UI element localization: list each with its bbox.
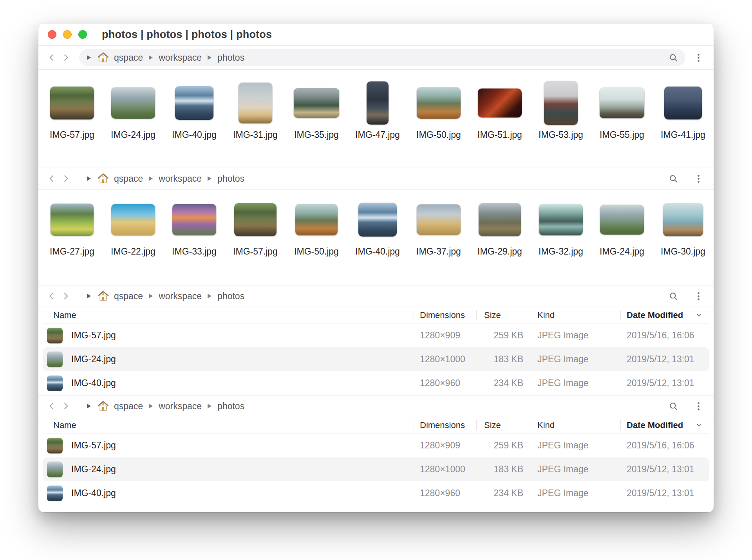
forward-button[interactable] bbox=[59, 51, 73, 65]
grid-file-item[interactable]: IMG-33.jpg bbox=[164, 196, 225, 257]
sort-chevron-down-icon[interactable] bbox=[695, 311, 703, 320]
column-header-date-modified[interactable]: Date Modified bbox=[620, 417, 705, 434]
file-thumbnail[interactable] bbox=[478, 89, 522, 117]
file-thumbnail[interactable] bbox=[600, 88, 644, 118]
breadcrumb-segment-workspace[interactable]: workspace bbox=[159, 173, 202, 184]
grid-file-item[interactable]: IMG-53.jpg bbox=[530, 79, 591, 140]
grid-file-item[interactable]: IMG-57.jpg bbox=[225, 196, 286, 257]
grid-file-item[interactable]: IMG-31.jpg bbox=[225, 79, 286, 140]
grid-file-item[interactable]: IMG-50.jpg bbox=[408, 79, 469, 140]
grid-file-item[interactable]: IMG-32.jpg bbox=[530, 196, 591, 257]
file-thumbnail[interactable] bbox=[111, 204, 155, 235]
file-thumbnail[interactable] bbox=[51, 204, 94, 236]
file-thumbnail[interactable] bbox=[417, 204, 461, 235]
grid-file-item[interactable]: IMG-24.jpg bbox=[103, 79, 164, 140]
search-icon[interactable] bbox=[666, 50, 681, 65]
disclosure-triangle-icon[interactable] bbox=[87, 176, 91, 181]
breadcrumb-segment-qspace[interactable]: qspace bbox=[114, 401, 143, 412]
grid-file-item[interactable]: IMG-24.jpg bbox=[591, 196, 653, 257]
zoom-button[interactable] bbox=[78, 30, 87, 39]
column-header-kind[interactable]: Kind bbox=[529, 417, 620, 434]
column-header-dimensions[interactable]: Dimensions bbox=[414, 307, 476, 323]
file-thumbnail[interactable] bbox=[663, 203, 703, 236]
back-button[interactable] bbox=[45, 51, 59, 65]
search-icon[interactable] bbox=[666, 399, 681, 414]
forward-button[interactable] bbox=[59, 172, 73, 186]
file-thumbnail[interactable] bbox=[294, 88, 339, 118]
grid-file-item[interactable]: IMG-22.jpg bbox=[103, 196, 164, 257]
sort-chevron-down-icon[interactable] bbox=[695, 421, 703, 430]
grid-file-item[interactable]: IMG-35.jpg bbox=[286, 79, 347, 140]
breadcrumb-segment-workspace[interactable]: workspace bbox=[159, 52, 202, 63]
breadcrumb-segment-photos[interactable]: photos bbox=[217, 173, 244, 184]
file-thumbnail[interactable] bbox=[111, 87, 155, 119]
breadcrumb-segment-qspace[interactable]: qspace bbox=[114, 173, 143, 184]
file-thumbnail[interactable] bbox=[417, 87, 461, 119]
more-options-icon[interactable] bbox=[691, 50, 706, 65]
breadcrumb-segment-photos[interactable]: photos bbox=[217, 401, 244, 412]
file-thumbnail[interactable] bbox=[539, 204, 583, 235]
disclosure-triangle-icon[interactable] bbox=[87, 404, 91, 408]
disclosure-triangle-icon[interactable] bbox=[87, 55, 91, 60]
forward-button[interactable] bbox=[59, 289, 73, 303]
column-header-size[interactable]: Size bbox=[476, 307, 529, 323]
breadcrumb-segment-photos[interactable]: photos bbox=[217, 291, 244, 302]
table-row[interactable]: IMG-24.jpg 1280×1000 183 KB JPEG Image 2… bbox=[43, 347, 709, 371]
forward-button[interactable] bbox=[59, 399, 73, 413]
more-options-icon[interactable] bbox=[691, 171, 706, 186]
table-row[interactable]: IMG-24.jpg 1280×1000 183 KB JPEG Image 2… bbox=[43, 457, 709, 481]
grid-file-item[interactable]: IMG-29.jpg bbox=[469, 196, 530, 257]
breadcrumb-segment-qspace[interactable]: qspace bbox=[114, 52, 143, 63]
file-thumbnail[interactable] bbox=[175, 86, 213, 120]
back-button[interactable] bbox=[45, 399, 59, 413]
path-bar[interactable]: qspace workspace photos bbox=[79, 49, 685, 66]
grid-file-item[interactable]: IMG-57.jpg bbox=[42, 79, 103, 140]
file-thumbnail[interactable] bbox=[295, 204, 338, 235]
grid-file-item[interactable]: IMG-50.jpg bbox=[286, 196, 347, 257]
column-header-date-modified[interactable]: Date Modified bbox=[620, 307, 705, 323]
title-bar[interactable]: photos | photos | photos | photos bbox=[38, 23, 714, 46]
grid-file-item[interactable]: IMG-40.jpg bbox=[164, 79, 225, 140]
path-bar[interactable]: qspace workspace photos bbox=[79, 397, 685, 415]
grid-file-item[interactable]: IMG-51.jpg bbox=[469, 79, 530, 140]
column-header-size[interactable]: Size bbox=[476, 417, 529, 434]
more-options-icon[interactable] bbox=[691, 289, 706, 303]
close-button[interactable] bbox=[48, 30, 56, 39]
table-row[interactable]: IMG-57.jpg 1280×909 259 KB JPEG Image 20… bbox=[43, 434, 709, 457]
file-thumbnail[interactable] bbox=[367, 81, 389, 125]
breadcrumb-segment-workspace[interactable]: workspace bbox=[159, 401, 202, 412]
column-header-name[interactable]: Name bbox=[47, 417, 414, 434]
file-thumbnail[interactable] bbox=[479, 203, 521, 236]
file-thumbnail[interactable] bbox=[239, 83, 272, 123]
search-icon[interactable] bbox=[666, 171, 681, 186]
breadcrumb-segment-qspace[interactable]: qspace bbox=[114, 291, 143, 302]
grid-file-item[interactable]: IMG-47.jpg bbox=[347, 79, 408, 140]
breadcrumb-segment-workspace[interactable]: workspace bbox=[159, 291, 202, 302]
back-button[interactable] bbox=[45, 172, 59, 186]
grid-file-item[interactable]: IMG-55.jpg bbox=[591, 79, 653, 140]
path-bar[interactable]: qspace workspace photos bbox=[79, 170, 685, 187]
grid-file-item[interactable]: IMG-40.jpg bbox=[347, 196, 408, 257]
disclosure-triangle-icon[interactable] bbox=[87, 294, 91, 298]
back-button[interactable] bbox=[45, 289, 59, 303]
file-thumbnail[interactable] bbox=[358, 203, 397, 237]
column-header-kind[interactable]: Kind bbox=[529, 307, 620, 323]
path-bar[interactable]: qspace workspace photos bbox=[79, 287, 685, 305]
file-thumbnail[interactable] bbox=[544, 81, 578, 125]
file-thumbnail[interactable] bbox=[600, 205, 644, 235]
grid-file-item[interactable]: IMG-37.jpg bbox=[408, 196, 469, 257]
search-icon[interactable] bbox=[666, 289, 681, 303]
grid-file-item[interactable]: IMG-41.jpg bbox=[653, 79, 714, 140]
column-header-dimensions[interactable]: Dimensions bbox=[414, 417, 476, 434]
more-options-icon[interactable] bbox=[691, 399, 706, 414]
column-header-name[interactable]: Name bbox=[47, 307, 414, 323]
file-thumbnail[interactable] bbox=[664, 87, 702, 119]
breadcrumb-segment-photos[interactable]: photos bbox=[217, 52, 244, 63]
minimize-button[interactable] bbox=[63, 30, 72, 39]
file-thumbnail[interactable] bbox=[50, 87, 94, 119]
table-row[interactable]: IMG-40.jpg 1280×960 234 KB JPEG Image 20… bbox=[43, 371, 709, 395]
grid-file-item[interactable]: IMG-27.jpg bbox=[42, 196, 103, 257]
table-row[interactable]: IMG-57.jpg 1280×909 259 KB JPEG Image 20… bbox=[43, 323, 709, 347]
file-thumbnail[interactable] bbox=[172, 204, 216, 235]
file-thumbnail[interactable] bbox=[234, 203, 277, 236]
